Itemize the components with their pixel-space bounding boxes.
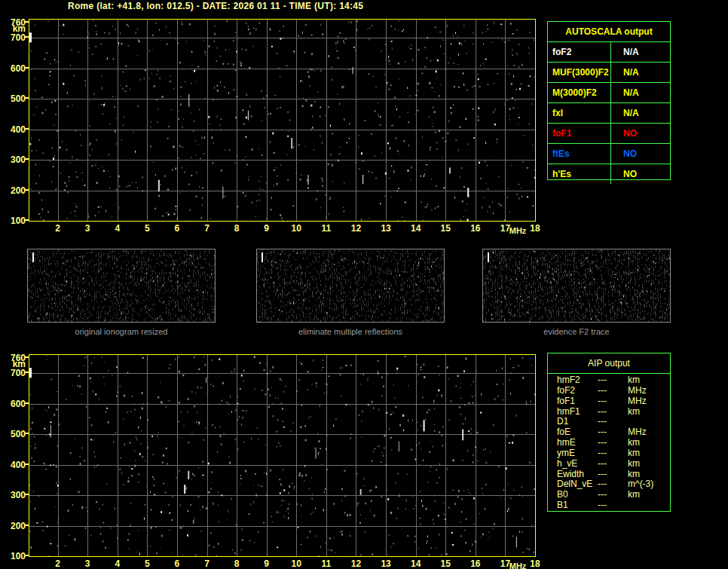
parameter-value: N/A xyxy=(611,63,639,82)
thumbnail-original-canvas xyxy=(28,249,215,322)
x-axis-tick-label: 9 xyxy=(257,559,277,568)
aip-parameter-unit: km xyxy=(628,490,670,500)
y-axis-tick-mark xyxy=(25,356,29,358)
autoscala-table-title: AUTOSCALA output xyxy=(548,22,670,41)
x-axis-tick-label: 3 xyxy=(78,224,97,233)
aip-parameter-label: hmF1 xyxy=(557,407,598,418)
aip-parameter-value: --- xyxy=(598,448,628,459)
aip-parameter-unit: km xyxy=(628,407,670,418)
y-axis-tick-mark xyxy=(25,372,29,373)
aip-parameter-unit: MHz xyxy=(628,386,670,396)
aip-table-row: DelN_vE---m^(-3) xyxy=(548,479,670,490)
x-axis-tick-label: 4 xyxy=(108,559,127,568)
aip-table-row: foE---MHz xyxy=(548,427,670,438)
x-axis-tick-label: 11 xyxy=(317,224,336,233)
x-axis-tick-label: 12 xyxy=(346,224,366,233)
y-axis-unit-label: km xyxy=(0,24,26,33)
aip-parameter-unit: km xyxy=(628,459,670,470)
aip-parameter-value: --- xyxy=(598,375,628,386)
x-axis-unit-label: MHz xyxy=(508,227,528,235)
y-axis-tick-mark xyxy=(25,494,29,495)
aip-parameter-value: --- xyxy=(598,438,628,448)
aip-parameter-value: --- xyxy=(598,500,628,511)
x-axis-tick-label: 3 xyxy=(78,559,97,568)
autoscala-table-row: foF1NO xyxy=(548,123,670,143)
y-axis-tick-mark xyxy=(25,158,29,160)
aip-parameter-value: --- xyxy=(598,470,628,480)
x-axis-tick-label: 5 xyxy=(137,559,157,568)
x-axis-tick-label: 18 xyxy=(525,559,545,568)
parameter-value: N/A xyxy=(611,42,639,62)
y-axis-tick-label: 100 xyxy=(0,216,26,225)
x-axis-tick-label: 13 xyxy=(376,559,396,568)
thumbnail-original-ionogram xyxy=(27,249,216,323)
aip-parameter-unit: km xyxy=(628,448,670,459)
x-axis-tick-label: 14 xyxy=(406,559,426,568)
parameter-value: N/A xyxy=(611,103,639,123)
aip-parameter-value: --- xyxy=(598,479,628,490)
y-axis-tick-label: 700 xyxy=(0,369,26,378)
parameter-value: NO xyxy=(611,164,637,184)
ionogram-secondary-plot xyxy=(29,354,536,557)
autoscala-table-row: ftEsNO xyxy=(548,143,670,164)
parameter-value: NO xyxy=(611,144,637,164)
x-axis-tick-label: 4 xyxy=(108,224,127,233)
parameter-label: MUF(3000)F2 xyxy=(548,63,611,82)
x-axis-tick-label: 12 xyxy=(346,559,366,568)
aip-parameter-unit: km xyxy=(628,375,670,386)
y-axis-tick-label: 600 xyxy=(0,64,26,73)
x-axis-tick-label: 6 xyxy=(167,559,187,568)
aip-parameter-unit xyxy=(628,417,670,427)
y-axis-tick-label: 500 xyxy=(0,94,26,103)
y-axis-tick-mark xyxy=(25,97,29,99)
thumbnail-eliminate-canvas xyxy=(257,249,444,322)
aip-parameter-label: foE xyxy=(557,427,598,438)
parameter-label: fxI xyxy=(548,103,611,123)
aip-parameter-label: foF1 xyxy=(557,396,598,407)
aip-parameter-label: ymE xyxy=(557,448,598,459)
autoscala-output-table: AUTOSCALA output foF2N/AMUF(3000)F2N/AM(… xyxy=(547,21,671,180)
y-axis-tick-mark xyxy=(25,36,29,38)
aip-table-row: hmF2---km xyxy=(548,375,670,386)
x-axis-tick-label: 13 xyxy=(376,224,396,233)
aip-table-row: hmF1---km xyxy=(548,407,670,418)
aip-parameter-label: foF2 xyxy=(557,386,598,396)
x-axis-tick-label: 15 xyxy=(436,224,455,233)
y-axis-tick-label: 400 xyxy=(0,125,26,134)
y-axis-tick-mark xyxy=(25,128,29,130)
y-axis-tick-label: 100 xyxy=(0,552,26,561)
ionogram-secondary-canvas xyxy=(29,355,535,556)
x-axis-tick-label: 18 xyxy=(525,224,545,233)
parameter-value: N/A xyxy=(611,83,639,102)
parameter-label: ftEs xyxy=(548,144,611,164)
thumbnail-evidence-caption: evidence F2 trace xyxy=(482,327,671,336)
aip-table-row: ymE---km xyxy=(548,448,670,459)
aip-parameter-label: Ewidth xyxy=(557,470,598,480)
y-axis-tick-label: 300 xyxy=(0,155,26,164)
thumbnail-eliminate-caption: eliminate multiple reflections xyxy=(256,327,445,336)
y-axis-tick-label: 200 xyxy=(0,186,26,195)
x-axis-tick-label: 11 xyxy=(317,559,336,568)
x-axis-tick-label: 16 xyxy=(466,224,485,233)
y-axis-tick-label: 400 xyxy=(0,460,26,470)
aip-parameter-label: hmF2 xyxy=(557,375,598,386)
y-axis-tick-label: 600 xyxy=(0,399,26,408)
thumbnail-evidence-canvas xyxy=(483,249,670,322)
y-axis-tick-mark xyxy=(25,555,29,556)
aip-table-title: AIP output xyxy=(548,353,670,374)
aip-parameter-unit: MHz xyxy=(628,427,670,438)
aip-parameter-unit: MHz xyxy=(628,396,670,407)
aip-parameter-unit xyxy=(628,500,670,511)
aip-table-row: h_vE---km xyxy=(548,459,670,470)
y-axis-tick-mark xyxy=(25,219,29,221)
x-axis-tick-label: 15 xyxy=(436,559,455,568)
aip-table-row: B0---km xyxy=(548,490,670,500)
y-axis-tick-mark xyxy=(25,402,29,404)
x-axis-unit-label: MHz xyxy=(508,562,528,569)
y-axis-tick-mark xyxy=(25,433,29,434)
aip-parameter-value: --- xyxy=(598,417,628,427)
x-axis-tick-label: 2 xyxy=(48,559,68,568)
x-axis-tick-label: 7 xyxy=(197,224,217,233)
autoscala-table-row: h'EsNO xyxy=(548,164,670,184)
parameter-label: M(3000)F2 xyxy=(548,83,611,102)
